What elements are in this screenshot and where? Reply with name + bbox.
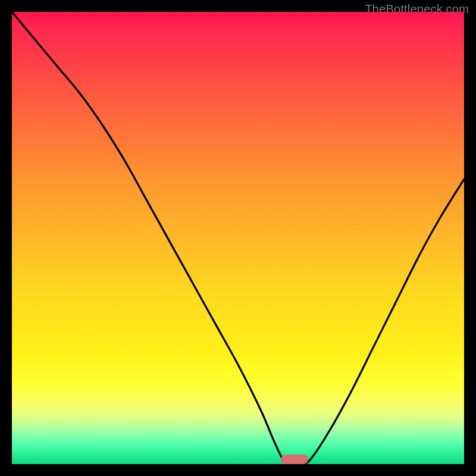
bottleneck-curve xyxy=(12,12,464,464)
chart-stage: TheBottleneck.com xyxy=(0,0,476,476)
plot-area xyxy=(12,12,464,464)
optimal-marker xyxy=(281,455,308,464)
curve-layer xyxy=(12,12,464,464)
